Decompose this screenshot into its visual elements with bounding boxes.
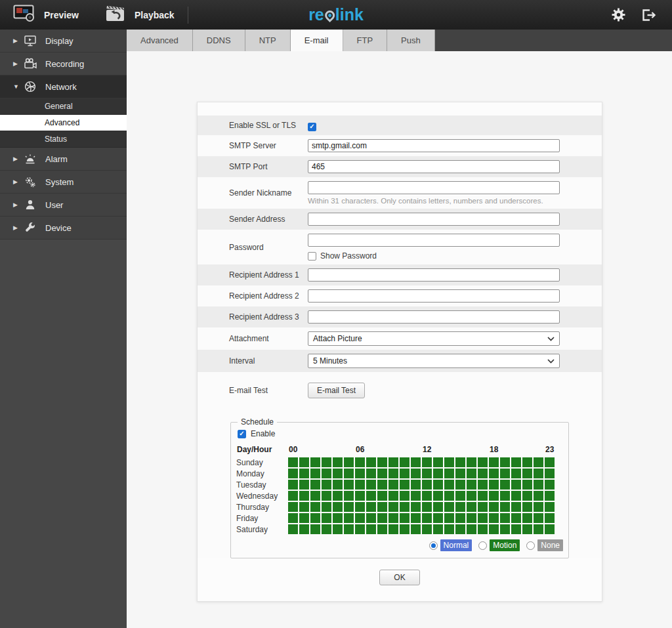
schedule-cell[interactable] <box>366 469 376 478</box>
schedule-cell[interactable] <box>455 491 465 501</box>
schedule-cell[interactable] <box>545 491 555 501</box>
schedule-cell[interactable] <box>489 457 499 467</box>
gear-icon[interactable] <box>612 8 625 22</box>
schedule-cell[interactable] <box>433 457 443 467</box>
sidebar-item-display[interactable]: ▶Display <box>0 30 127 52</box>
schedule-cell[interactable] <box>411 502 421 512</box>
schedule-cell[interactable] <box>310 480 320 490</box>
schedule-cell[interactable] <box>322 469 331 478</box>
schedule-cell[interactable] <box>288 469 298 478</box>
schedule-cell[interactable] <box>366 524 376 534</box>
schedule-cell[interactable] <box>422 513 432 523</box>
schedule-cell[interactable] <box>288 480 298 490</box>
schedule-cell[interactable] <box>411 524 421 534</box>
schedule-cell[interactable] <box>444 524 454 534</box>
enable-ssl-or-tls-checkbox[interactable]: ✓ <box>308 123 316 131</box>
schedule-cell[interactable] <box>522 457 532 467</box>
schedule-cell[interactable] <box>366 457 376 467</box>
schedule-cell[interactable] <box>489 502 499 512</box>
schedule-cell[interactable] <box>534 469 543 478</box>
schedule-cell[interactable] <box>355 524 365 534</box>
e-mail-test-button[interactable]: E-mail Test <box>308 383 365 398</box>
schedule-cell[interactable] <box>355 457 365 467</box>
schedule-cell[interactable] <box>433 513 443 523</box>
schedule-cell[interactable] <box>433 469 443 478</box>
schedule-cell[interactable] <box>478 491 488 501</box>
schedule-cell[interactable] <box>322 524 331 534</box>
none-mode-label[interactable]: None <box>537 539 563 551</box>
schedule-cell[interactable] <box>310 524 320 534</box>
schedule-cell[interactable] <box>478 502 488 512</box>
smtp-server-input[interactable] <box>308 139 560 152</box>
schedule-cell[interactable] <box>444 480 454 490</box>
schedule-cell[interactable] <box>388 502 398 512</box>
schedule-cell[interactable] <box>377 491 387 501</box>
tab-e-mail[interactable]: E-mail <box>291 30 343 51</box>
schedule-cell[interactable] <box>344 502 354 512</box>
schedule-cell[interactable] <box>299 491 309 501</box>
schedule-cell[interactable] <box>500 469 510 478</box>
schedule-enable-checkbox[interactable]: ✓ <box>238 430 246 438</box>
schedule-cell[interactable] <box>333 469 343 478</box>
schedule-cell[interactable] <box>310 513 320 523</box>
motion-mode-label[interactable]: Motion <box>490 539 520 551</box>
normal-mode-label[interactable]: Normal <box>440 539 472 551</box>
schedule-cell[interactable] <box>322 502 331 512</box>
sidebar-subitem-general[interactable]: General <box>0 98 127 115</box>
schedule-cell[interactable] <box>333 524 343 534</box>
schedule-cell[interactable] <box>444 513 454 523</box>
sidebar-item-user[interactable]: ▶User <box>0 194 127 217</box>
schedule-cell[interactable] <box>288 502 298 512</box>
smtp-port-input[interactable] <box>308 160 560 173</box>
tab-push[interactable]: Push <box>387 30 435 51</box>
schedule-cell[interactable] <box>444 457 454 467</box>
schedule-cell[interactable] <box>366 502 376 512</box>
schedule-cell[interactable] <box>489 480 499 490</box>
schedule-cell[interactable] <box>388 457 398 467</box>
schedule-cell[interactable] <box>478 469 488 478</box>
schedule-cell[interactable] <box>455 524 465 534</box>
schedule-cell[interactable] <box>422 469 432 478</box>
schedule-cell[interactable] <box>344 457 354 467</box>
schedule-cell[interactable] <box>333 480 343 490</box>
schedule-cell[interactable] <box>377 480 387 490</box>
nav-playback[interactable]: Playback <box>92 0 188 30</box>
schedule-cell[interactable] <box>388 480 398 490</box>
tab-ntp[interactable]: NTP <box>245 30 291 51</box>
schedule-cell[interactable] <box>344 480 354 490</box>
schedule-cell[interactable] <box>455 502 465 512</box>
password-input[interactable] <box>308 234 560 247</box>
schedule-cell[interactable] <box>522 502 532 512</box>
schedule-cell[interactable] <box>355 513 365 523</box>
schedule-cell[interactable] <box>333 513 343 523</box>
schedule-cell[interactable] <box>500 513 510 523</box>
tab-ddns[interactable]: DDNS <box>193 30 245 51</box>
schedule-cell[interactable] <box>400 457 410 467</box>
schedule-cell[interactable] <box>388 524 398 534</box>
schedule-cell[interactable] <box>388 491 398 501</box>
schedule-cell[interactable] <box>310 469 320 478</box>
schedule-cell[interactable] <box>366 513 376 523</box>
schedule-cell[interactable] <box>400 469 410 478</box>
schedule-cell[interactable] <box>322 480 331 490</box>
schedule-cell[interactable] <box>534 524 543 534</box>
schedule-cell[interactable] <box>377 502 387 512</box>
schedule-cell[interactable] <box>545 524 555 534</box>
schedule-cell[interactable] <box>500 480 510 490</box>
schedule-cell[interactable] <box>344 469 354 478</box>
sidebar-item-network[interactable]: ▼Network <box>0 75 127 98</box>
schedule-cell[interactable] <box>400 513 410 523</box>
schedule-cell[interactable] <box>288 513 298 523</box>
schedule-cell[interactable] <box>377 469 387 478</box>
schedule-cell[interactable] <box>534 502 543 512</box>
schedule-cell[interactable] <box>478 457 488 467</box>
schedule-cell[interactable] <box>411 513 421 523</box>
schedule-cell[interactable] <box>322 513 331 523</box>
ok-button[interactable]: OK <box>379 570 420 585</box>
schedule-cell[interactable] <box>411 469 421 478</box>
schedule-cell[interactable] <box>534 457 543 467</box>
schedule-cell[interactable] <box>377 513 387 523</box>
schedule-cell[interactable] <box>444 491 454 501</box>
schedule-cell[interactable] <box>455 480 465 490</box>
schedule-cell[interactable] <box>377 457 387 467</box>
